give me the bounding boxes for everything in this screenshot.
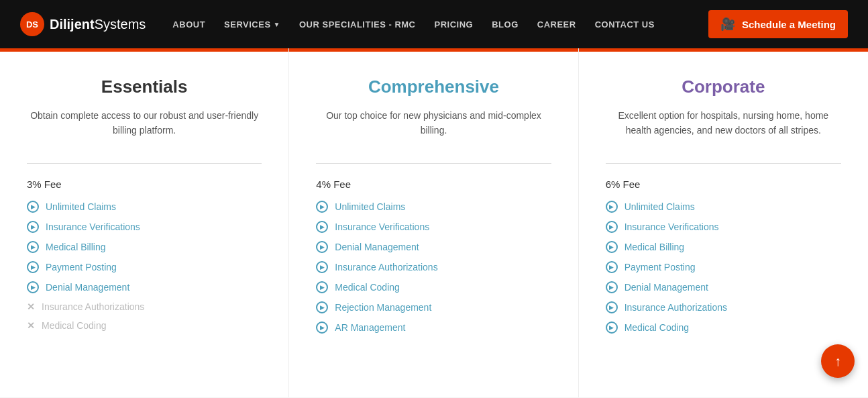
- list-item: ▶ AR Management: [316, 321, 551, 334]
- feature-label: Payment Posting: [46, 262, 117, 272]
- list-item: ▶ Payment Posting: [606, 261, 841, 273]
- list-item: ▶ Denial Management: [27, 281, 262, 293]
- navbar: DS DilijentSystems ABOUT SERVICES ▼ OUR …: [0, 0, 868, 48]
- feature-label: Rejection Management: [335, 302, 431, 313]
- check-icon: ▶: [606, 241, 618, 253]
- essentials-title: Essentials: [27, 77, 262, 97]
- list-item-disabled: ✕ Insurance Authorizations: [27, 301, 262, 312]
- feature-label: Insurance Authorizations: [335, 262, 437, 272]
- schedule-btn-label: Schedule a Meeting: [742, 19, 836, 30]
- check-icon: ▶: [27, 281, 39, 293]
- feature-label: Insurance Verifications: [335, 221, 429, 232]
- comprehensive-fee: 4% Fee: [316, 179, 551, 190]
- check-icon: ▶: [316, 281, 328, 293]
- comprehensive-features: ▶ Unlimited Claims ▶ Insurance Verificat…: [316, 201, 551, 334]
- pricing-section: Essentials Obtain complete access to our…: [0, 48, 868, 397]
- essentials-desc: Obtain complete access to our robust and…: [27, 108, 262, 148]
- nav-career[interactable]: CAREER: [537, 19, 576, 30]
- x-icon: ✕: [27, 320, 35, 331]
- list-item: ▶ Denial Management: [316, 241, 551, 253]
- list-item: ▶ Insurance Verifications: [27, 221, 262, 233]
- check-icon: ▶: [27, 201, 39, 213]
- corporate-features: ▶ Unlimited Claims ▶ Insurance Verificat…: [606, 201, 841, 334]
- check-icon: ▶: [606, 301, 618, 313]
- comprehensive-desc: Our top choice for new physicians and mi…: [316, 108, 551, 148]
- corporate-title: Corporate: [606, 77, 841, 97]
- scroll-to-top-button[interactable]: ↑: [821, 344, 855, 378]
- corporate-card: Corporate Excellent option for hospitals…: [579, 48, 868, 397]
- x-icon: ✕: [27, 301, 35, 312]
- corporate-fee: 6% Fee: [606, 179, 841, 190]
- schedule-meeting-button[interactable]: 🎥 Schedule a Meeting: [708, 10, 848, 38]
- list-item: ▶ Medical Billing: [606, 241, 841, 253]
- list-item: ▶ Medical Billing: [27, 241, 262, 253]
- check-icon: ▶: [316, 321, 328, 334]
- feature-label: Denial Management: [46, 282, 129, 293]
- list-item: ▶ Unlimited Claims: [606, 201, 841, 213]
- feature-label: Payment Posting: [625, 262, 696, 272]
- logo-icon: DS: [20, 12, 44, 36]
- card-top-bar-essentials: [0, 48, 288, 52]
- feature-label: Medical Coding: [625, 322, 690, 333]
- feature-label: Medical Billing: [46, 242, 105, 252]
- feature-label: Unlimited Claims: [335, 201, 405, 212]
- card-top-bar-comprehensive: [289, 48, 578, 52]
- feature-label: Insurance Verifications: [46, 221, 140, 232]
- list-item: ▶ Medical Coding: [316, 281, 551, 293]
- nav-about[interactable]: ABOUT: [172, 19, 205, 30]
- nav-links: ABOUT SERVICES ▼ OUR SPECIALITIES - RMC …: [172, 19, 708, 30]
- list-item: ▶ Insurance Authorizations: [606, 301, 841, 313]
- check-icon: ▶: [27, 221, 39, 233]
- feature-label: Denial Management: [625, 282, 708, 293]
- arrow-up-icon: ↑: [834, 354, 841, 369]
- check-icon: ▶: [316, 241, 328, 253]
- corporate-divider: [606, 163, 841, 164]
- feature-label: Medical Coding: [335, 282, 400, 293]
- list-item: ▶ Insurance Verifications: [606, 221, 841, 233]
- essentials-divider: [27, 163, 262, 164]
- feature-label: AR Management: [335, 322, 405, 333]
- nav-contact[interactable]: CONTACT US: [595, 19, 655, 30]
- check-icon: ▶: [316, 221, 328, 233]
- feature-label: Insurance Authorizations: [42, 301, 144, 312]
- check-icon: ▶: [606, 321, 618, 334]
- list-item: ▶ Denial Management: [606, 281, 841, 293]
- check-icon: ▶: [27, 261, 39, 273]
- feature-label: Unlimited Claims: [46, 201, 116, 212]
- list-item: ▶ Insurance Verifications: [316, 221, 551, 233]
- nav-blog[interactable]: BLOG: [492, 19, 519, 30]
- card-top-bar-corporate: [579, 48, 868, 52]
- feature-label: Insurance Verifications: [625, 221, 719, 232]
- comprehensive-card: Comprehensive Our top choice for new phy…: [289, 48, 578, 397]
- essentials-card: Essentials Obtain complete access to our…: [0, 48, 289, 397]
- corporate-desc: Excellent option for hospitals, nursing …: [606, 108, 841, 148]
- feature-label: Denial Management: [335, 242, 419, 252]
- list-item: ▶ Insurance Authorizations: [316, 261, 551, 273]
- comprehensive-divider: [316, 163, 551, 164]
- camera-icon: 🎥: [720, 17, 735, 32]
- check-icon: ▶: [606, 281, 618, 293]
- check-icon: ▶: [606, 261, 618, 273]
- comprehensive-title: Comprehensive: [316, 77, 551, 97]
- check-icon: ▶: [316, 301, 328, 313]
- nav-pricing[interactable]: PRICING: [435, 19, 474, 30]
- list-item: ▶ Payment Posting: [27, 261, 262, 273]
- check-icon: ▶: [606, 201, 618, 213]
- logo[interactable]: DS DilijentSystems: [20, 12, 146, 36]
- pricing-grid: Essentials Obtain complete access to our…: [0, 48, 868, 397]
- feature-label: Unlimited Claims: [625, 201, 695, 212]
- list-item-disabled: ✕ Medical Coding: [27, 320, 262, 331]
- nav-services[interactable]: SERVICES ▼: [224, 19, 280, 30]
- check-icon: ▶: [606, 221, 618, 233]
- essentials-fee: 3% Fee: [27, 179, 262, 190]
- chevron-down-icon: ▼: [274, 21, 280, 28]
- check-icon: ▶: [316, 261, 328, 273]
- list-item: ▶ Unlimited Claims: [316, 201, 551, 213]
- check-icon: ▶: [316, 201, 328, 213]
- check-icon: ▶: [27, 241, 39, 253]
- feature-label: Insurance Authorizations: [625, 302, 727, 313]
- feature-label: Medical Coding: [42, 320, 107, 331]
- nav-specialities[interactable]: OUR SPECIALITIES - RMC: [299, 19, 416, 30]
- list-item: ▶ Medical Coding: [606, 321, 841, 334]
- essentials-features: ▶ Unlimited Claims ▶ Insurance Verificat…: [27, 201, 262, 331]
